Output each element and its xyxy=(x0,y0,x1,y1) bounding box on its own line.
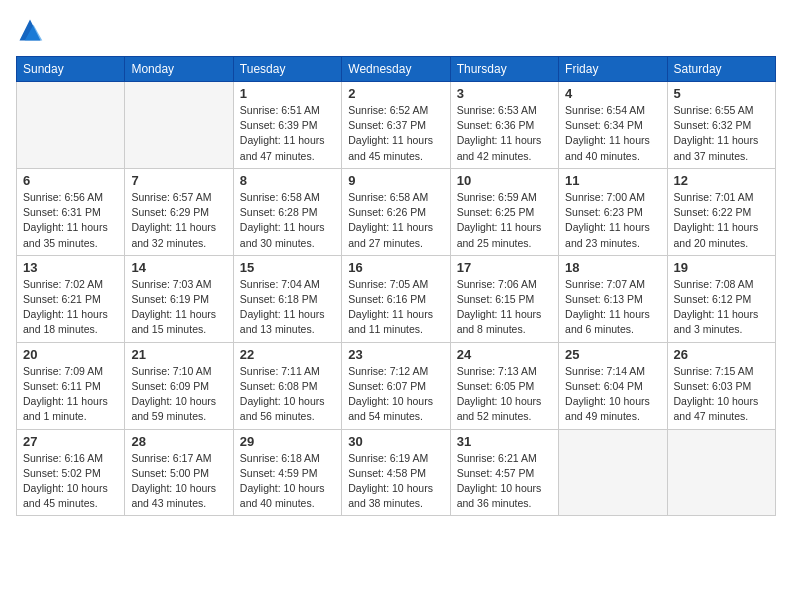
day-number: 9 xyxy=(348,173,443,188)
day-info: Sunrise: 7:05 AM Sunset: 6:16 PM Dayligh… xyxy=(348,277,443,338)
day-info: Sunrise: 6:54 AM Sunset: 6:34 PM Dayligh… xyxy=(565,103,660,164)
weekday-header: Wednesday xyxy=(342,57,450,82)
day-number: 11 xyxy=(565,173,660,188)
calendar-cell: 31Sunrise: 6:21 AM Sunset: 4:57 PM Dayli… xyxy=(450,429,558,516)
calendar-cell: 28Sunrise: 6:17 AM Sunset: 5:00 PM Dayli… xyxy=(125,429,233,516)
calendar-cell: 12Sunrise: 7:01 AM Sunset: 6:22 PM Dayli… xyxy=(667,168,775,255)
day-info: Sunrise: 7:07 AM Sunset: 6:13 PM Dayligh… xyxy=(565,277,660,338)
day-info: Sunrise: 6:16 AM Sunset: 5:02 PM Dayligh… xyxy=(23,451,118,512)
calendar-week-row: 27Sunrise: 6:16 AM Sunset: 5:02 PM Dayli… xyxy=(17,429,776,516)
weekday-header: Saturday xyxy=(667,57,775,82)
day-info: Sunrise: 6:52 AM Sunset: 6:37 PM Dayligh… xyxy=(348,103,443,164)
calendar-cell: 3Sunrise: 6:53 AM Sunset: 6:36 PM Daylig… xyxy=(450,82,558,169)
day-number: 23 xyxy=(348,347,443,362)
calendar-week-row: 20Sunrise: 7:09 AM Sunset: 6:11 PM Dayli… xyxy=(17,342,776,429)
page-header xyxy=(16,16,776,44)
calendar-week-row: 1Sunrise: 6:51 AM Sunset: 6:39 PM Daylig… xyxy=(17,82,776,169)
day-number: 10 xyxy=(457,173,552,188)
day-number: 15 xyxy=(240,260,335,275)
day-number: 7 xyxy=(131,173,226,188)
day-info: Sunrise: 7:15 AM Sunset: 6:03 PM Dayligh… xyxy=(674,364,769,425)
day-number: 30 xyxy=(348,434,443,449)
calendar-cell: 29Sunrise: 6:18 AM Sunset: 4:59 PM Dayli… xyxy=(233,429,341,516)
day-number: 8 xyxy=(240,173,335,188)
day-info: Sunrise: 7:13 AM Sunset: 6:05 PM Dayligh… xyxy=(457,364,552,425)
calendar-cell: 21Sunrise: 7:10 AM Sunset: 6:09 PM Dayli… xyxy=(125,342,233,429)
day-info: Sunrise: 6:55 AM Sunset: 6:32 PM Dayligh… xyxy=(674,103,769,164)
calendar-cell: 18Sunrise: 7:07 AM Sunset: 6:13 PM Dayli… xyxy=(559,255,667,342)
calendar-cell: 24Sunrise: 7:13 AM Sunset: 6:05 PM Dayli… xyxy=(450,342,558,429)
day-info: Sunrise: 6:17 AM Sunset: 5:00 PM Dayligh… xyxy=(131,451,226,512)
day-number: 28 xyxy=(131,434,226,449)
day-number: 13 xyxy=(23,260,118,275)
day-number: 19 xyxy=(674,260,769,275)
calendar-week-row: 6Sunrise: 6:56 AM Sunset: 6:31 PM Daylig… xyxy=(17,168,776,255)
day-number: 2 xyxy=(348,86,443,101)
calendar-cell: 15Sunrise: 7:04 AM Sunset: 6:18 PM Dayli… xyxy=(233,255,341,342)
logo xyxy=(16,16,48,44)
weekday-header-row: SundayMondayTuesdayWednesdayThursdayFrid… xyxy=(17,57,776,82)
day-info: Sunrise: 7:12 AM Sunset: 6:07 PM Dayligh… xyxy=(348,364,443,425)
calendar-cell: 25Sunrise: 7:14 AM Sunset: 6:04 PM Dayli… xyxy=(559,342,667,429)
day-number: 29 xyxy=(240,434,335,449)
day-number: 21 xyxy=(131,347,226,362)
day-number: 1 xyxy=(240,86,335,101)
calendar-cell xyxy=(559,429,667,516)
day-number: 3 xyxy=(457,86,552,101)
day-number: 14 xyxy=(131,260,226,275)
calendar-cell xyxy=(667,429,775,516)
weekday-header: Monday xyxy=(125,57,233,82)
calendar-cell: 6Sunrise: 6:56 AM Sunset: 6:31 PM Daylig… xyxy=(17,168,125,255)
calendar-cell: 2Sunrise: 6:52 AM Sunset: 6:37 PM Daylig… xyxy=(342,82,450,169)
day-number: 27 xyxy=(23,434,118,449)
calendar-cell: 8Sunrise: 6:58 AM Sunset: 6:28 PM Daylig… xyxy=(233,168,341,255)
day-number: 20 xyxy=(23,347,118,362)
day-number: 5 xyxy=(674,86,769,101)
calendar-cell: 19Sunrise: 7:08 AM Sunset: 6:12 PM Dayli… xyxy=(667,255,775,342)
calendar-cell: 9Sunrise: 6:58 AM Sunset: 6:26 PM Daylig… xyxy=(342,168,450,255)
day-info: Sunrise: 6:59 AM Sunset: 6:25 PM Dayligh… xyxy=(457,190,552,251)
calendar-cell: 4Sunrise: 6:54 AM Sunset: 6:34 PM Daylig… xyxy=(559,82,667,169)
calendar-cell xyxy=(17,82,125,169)
calendar-cell: 20Sunrise: 7:09 AM Sunset: 6:11 PM Dayli… xyxy=(17,342,125,429)
calendar-cell: 17Sunrise: 7:06 AM Sunset: 6:15 PM Dayli… xyxy=(450,255,558,342)
day-info: Sunrise: 6:58 AM Sunset: 6:26 PM Dayligh… xyxy=(348,190,443,251)
day-number: 24 xyxy=(457,347,552,362)
calendar-cell: 10Sunrise: 6:59 AM Sunset: 6:25 PM Dayli… xyxy=(450,168,558,255)
calendar-cell: 11Sunrise: 7:00 AM Sunset: 6:23 PM Dayli… xyxy=(559,168,667,255)
day-info: Sunrise: 7:08 AM Sunset: 6:12 PM Dayligh… xyxy=(674,277,769,338)
weekday-header: Thursday xyxy=(450,57,558,82)
day-info: Sunrise: 7:02 AM Sunset: 6:21 PM Dayligh… xyxy=(23,277,118,338)
calendar-cell: 26Sunrise: 7:15 AM Sunset: 6:03 PM Dayli… xyxy=(667,342,775,429)
day-info: Sunrise: 6:19 AM Sunset: 4:58 PM Dayligh… xyxy=(348,451,443,512)
calendar-cell: 23Sunrise: 7:12 AM Sunset: 6:07 PM Dayli… xyxy=(342,342,450,429)
day-info: Sunrise: 6:57 AM Sunset: 6:29 PM Dayligh… xyxy=(131,190,226,251)
day-number: 26 xyxy=(674,347,769,362)
day-info: Sunrise: 7:11 AM Sunset: 6:08 PM Dayligh… xyxy=(240,364,335,425)
calendar-cell: 1Sunrise: 6:51 AM Sunset: 6:39 PM Daylig… xyxy=(233,82,341,169)
day-number: 18 xyxy=(565,260,660,275)
weekday-header: Friday xyxy=(559,57,667,82)
calendar-cell: 5Sunrise: 6:55 AM Sunset: 6:32 PM Daylig… xyxy=(667,82,775,169)
day-info: Sunrise: 7:03 AM Sunset: 6:19 PM Dayligh… xyxy=(131,277,226,338)
day-info: Sunrise: 6:21 AM Sunset: 4:57 PM Dayligh… xyxy=(457,451,552,512)
day-info: Sunrise: 7:09 AM Sunset: 6:11 PM Dayligh… xyxy=(23,364,118,425)
logo-icon xyxy=(16,16,44,44)
day-info: Sunrise: 6:18 AM Sunset: 4:59 PM Dayligh… xyxy=(240,451,335,512)
day-number: 31 xyxy=(457,434,552,449)
day-number: 22 xyxy=(240,347,335,362)
day-info: Sunrise: 7:01 AM Sunset: 6:22 PM Dayligh… xyxy=(674,190,769,251)
day-number: 4 xyxy=(565,86,660,101)
calendar-cell: 13Sunrise: 7:02 AM Sunset: 6:21 PM Dayli… xyxy=(17,255,125,342)
calendar-week-row: 13Sunrise: 7:02 AM Sunset: 6:21 PM Dayli… xyxy=(17,255,776,342)
calendar-cell: 14Sunrise: 7:03 AM Sunset: 6:19 PM Dayli… xyxy=(125,255,233,342)
weekday-header: Sunday xyxy=(17,57,125,82)
day-number: 25 xyxy=(565,347,660,362)
calendar-cell: 27Sunrise: 6:16 AM Sunset: 5:02 PM Dayli… xyxy=(17,429,125,516)
day-number: 17 xyxy=(457,260,552,275)
calendar-table: SundayMondayTuesdayWednesdayThursdayFrid… xyxy=(16,56,776,516)
calendar-cell: 22Sunrise: 7:11 AM Sunset: 6:08 PM Dayli… xyxy=(233,342,341,429)
calendar-cell: 16Sunrise: 7:05 AM Sunset: 6:16 PM Dayli… xyxy=(342,255,450,342)
day-info: Sunrise: 7:04 AM Sunset: 6:18 PM Dayligh… xyxy=(240,277,335,338)
day-number: 6 xyxy=(23,173,118,188)
